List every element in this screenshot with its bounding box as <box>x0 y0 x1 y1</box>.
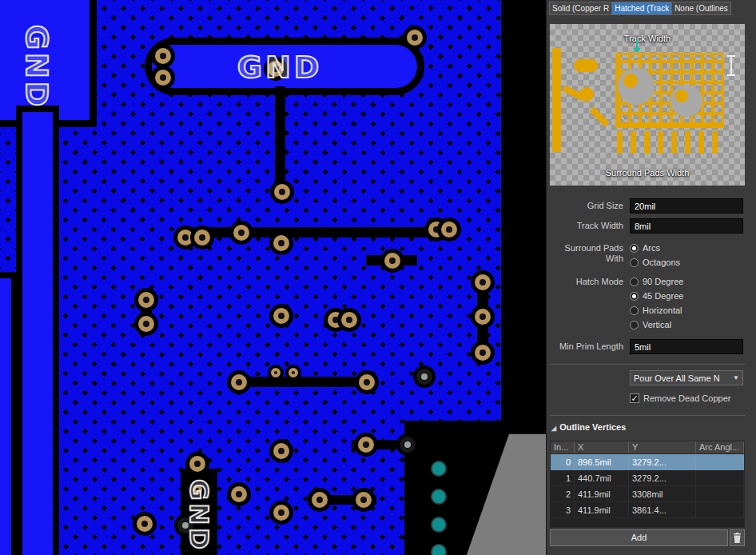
via[interactable] <box>194 230 210 246</box>
via[interactable] <box>475 345 491 361</box>
via[interactable] <box>273 505 289 521</box>
outline-vertices-title: Outline Vertices <box>559 422 626 432</box>
preview-pad <box>574 59 598 72</box>
trash-icon <box>733 533 742 543</box>
radio-45-degree[interactable]: 45 Degree <box>630 291 683 301</box>
via[interactable] <box>189 456 205 472</box>
via[interactable] <box>288 368 298 377</box>
vertex-cell[interactable]: 3279.2... <box>629 454 696 469</box>
grid-size-input[interactable] <box>630 198 743 214</box>
net-label-gnd[interactable]: GND <box>19 25 54 110</box>
vertex-row-3[interactable]: 3411.9mil3861.4... <box>551 502 744 518</box>
vertex-cell[interactable] <box>696 486 744 501</box>
via[interactable] <box>441 222 457 238</box>
via[interactable] <box>231 374 247 390</box>
min-prim-length-input[interactable] <box>630 339 743 354</box>
polygon-pour-properties-panel: Solid (Copper RHatched (TrackNone (Outli… <box>546 0 756 555</box>
via[interactable] <box>358 437 374 453</box>
via[interactable] <box>416 369 432 385</box>
via[interactable] <box>273 308 289 324</box>
preview-connector-pins <box>617 131 724 154</box>
vertex-cell[interactable]: 896.5mil <box>575 454 629 469</box>
via[interactable] <box>312 492 328 508</box>
plated-pad[interactable] <box>432 490 445 503</box>
via[interactable] <box>273 235 289 251</box>
vertex-cell[interactable]: 3279.2... <box>629 470 696 485</box>
tab-none-outlines[interactable]: None (Outlines <box>672 2 731 15</box>
vertex-row-1[interactable]: 1440.7mil3279.2... <box>551 470 744 486</box>
via[interactable] <box>356 492 372 508</box>
via[interactable] <box>155 70 171 86</box>
remove-dead-copper-checkbox[interactable]: ✓ Remove Dead Copper <box>630 393 730 403</box>
delete-vertex-button[interactable] <box>730 529 745 546</box>
plated-pad[interactable] <box>432 462 445 475</box>
dimension-ibeam-icon <box>730 56 732 75</box>
via[interactable] <box>138 292 154 308</box>
radio-horizontal[interactable]: Horizontal <box>630 305 683 315</box>
vertex-cell[interactable] <box>696 502 744 517</box>
column-header-arc-angl[interactable]: Arc Angl... <box>696 441 744 453</box>
via[interactable] <box>271 368 281 377</box>
column-header-y[interactable]: Y <box>629 441 696 453</box>
divider <box>550 415 745 416</box>
vertex-cell[interactable] <box>696 454 744 469</box>
net-label-gnd[interactable]: GND <box>184 479 214 553</box>
hatch-mode-radio-group: 90 Degree45 DegreeHorizontalVertical <box>630 277 683 334</box>
preview-surround-pads-label: Surround Pads Width <box>550 168 745 178</box>
radio-vertical[interactable]: Vertical <box>630 320 683 329</box>
radio-arcs[interactable]: Arcs <box>630 243 680 253</box>
remove-dead-copper-label: Remove Dead Copper <box>643 393 730 403</box>
via[interactable] <box>155 48 171 64</box>
vertex-cell[interactable]: 1 <box>551 470 575 485</box>
checkbox-icon: ✓ <box>630 393 639 403</box>
vertex-cell[interactable]: 411.9mil <box>575 486 629 501</box>
vertex-cell[interactable]: 440.7mil <box>575 470 629 485</box>
plated-pad[interactable] <box>432 545 445 555</box>
radio-octagons[interactable]: Octagons <box>630 258 680 267</box>
via[interactable] <box>274 184 290 200</box>
via[interactable] <box>138 316 154 332</box>
via[interactable] <box>384 253 400 269</box>
radio-90-degree[interactable]: 90 Degree <box>630 277 683 286</box>
outline-vertices-section-header[interactable]: ◢Outline Vertices <box>551 422 626 432</box>
tab-hatched-track[interactable]: Hatched (Track <box>612 2 672 15</box>
via[interactable] <box>177 230 193 246</box>
preview-trace <box>552 48 561 152</box>
tab-solid-copper-r[interactable]: Solid (Copper R <box>549 2 612 15</box>
table-body[interactable]: 0896.5mil3279.2...1440.7mil3279.2...2411… <box>550 454 745 528</box>
via[interactable] <box>233 225 249 241</box>
via[interactable] <box>475 309 491 325</box>
copper-trace-vertical[interactable] <box>22 112 53 555</box>
radio-label: 45 Degree <box>643 291 683 301</box>
vertex-cell[interactable]: 2 <box>551 486 575 501</box>
track-width-input[interactable] <box>630 218 743 234</box>
add-vertex-button[interactable]: Add <box>550 529 728 546</box>
via[interactable] <box>400 437 416 453</box>
pcb-canvas[interactable]: GNDGNDGND <box>0 0 546 555</box>
table-header-row: In...XYArc Angl... <box>550 441 745 454</box>
via[interactable] <box>137 516 153 532</box>
copper-trace-vertical[interactable] <box>0 278 11 555</box>
vertex-cell[interactable]: 3 <box>551 502 575 517</box>
via[interactable] <box>407 30 423 46</box>
vertex-cell[interactable]: 411.9mil <box>575 502 629 517</box>
column-header-x[interactable]: X <box>575 441 629 453</box>
pour-over-dropdown[interactable]: Pour Over All Same N ▼ <box>630 370 743 385</box>
vertex-cell[interactable]: 3308mil <box>629 486 696 501</box>
vertex-cell[interactable]: 3861.4... <box>629 502 696 517</box>
preview-pad-clearance <box>670 85 702 117</box>
via[interactable] <box>231 486 247 502</box>
plated-pad[interactable] <box>432 518 445 531</box>
vertex-row-0[interactable]: 0896.5mil3279.2... <box>551 454 744 470</box>
via[interactable] <box>475 274 491 290</box>
net-label-gnd[interactable]: GND <box>237 50 323 85</box>
via[interactable] <box>273 443 289 459</box>
preview-track-width-label: Track Width <box>550 34 745 43</box>
via[interactable] <box>359 374 375 390</box>
vertex-cell[interactable] <box>696 470 744 485</box>
vertex-row-2[interactable]: 2411.9mil3308mil <box>551 486 744 502</box>
vertex-cell[interactable]: 0 <box>551 454 575 469</box>
via[interactable] <box>341 312 357 328</box>
column-header-in[interactable]: In... <box>551 441 575 453</box>
pour-over-value: Pour Over All Same N <box>634 373 720 383</box>
